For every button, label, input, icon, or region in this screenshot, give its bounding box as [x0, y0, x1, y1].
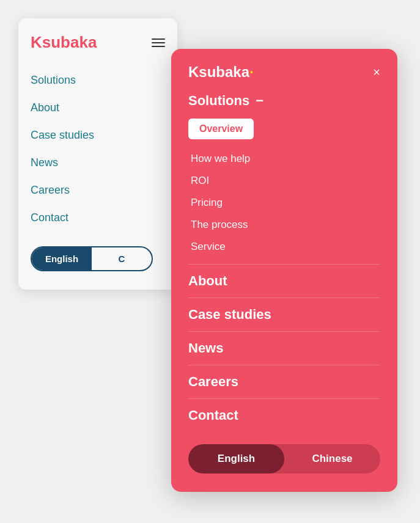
bg-nav-news[interactable]: News	[31, 149, 165, 177]
bg-nav-case-studies[interactable]: Case studies	[31, 122, 165, 149]
hamburger-button[interactable]	[152, 38, 165, 47]
fg-language-toggle: English Chinese	[188, 444, 380, 474]
solutions-toggle-button[interactable]: Solutions −	[188, 93, 380, 109]
hamburger-line-3	[152, 46, 165, 47]
fg-chinese-button[interactable]: Chinese	[284, 444, 380, 474]
bg-chinese-button[interactable]: C	[92, 247, 152, 270]
modal-nav-list: About Case studies News Careers Contact	[188, 264, 380, 432]
minus-icon: −	[256, 93, 263, 109]
bg-nav-about[interactable]: About	[31, 94, 165, 122]
submenu-the-process[interactable]: The process	[191, 214, 380, 236]
modal-nav-news[interactable]: News	[188, 331, 380, 365]
modal-nav-careers[interactable]: Careers	[188, 365, 380, 398]
modal-nav-case-studies[interactable]: Case studies	[188, 298, 380, 331]
hamburger-line-2	[152, 42, 165, 43]
bg-nav-solutions[interactable]: Solutions	[31, 67, 165, 94]
modal-nav-about[interactable]: About	[188, 264, 380, 298]
submenu-roi[interactable]: ROI	[191, 170, 380, 192]
solutions-submenu: How we help ROI Pricing The process Serv…	[188, 148, 380, 258]
bg-logo-text: Ksubaka	[31, 33, 97, 52]
bg-language-toggle: English C	[31, 246, 153, 271]
fg-modal-panel: Ksubaka· × Solutions − Overview How we h…	[171, 49, 397, 492]
bg-nav-contact[interactable]: Contact	[31, 204, 165, 232]
submenu-pricing[interactable]: Pricing	[191, 192, 380, 214]
close-button[interactable]: ×	[373, 66, 380, 78]
solutions-label: Solutions	[188, 93, 249, 109]
submenu-service[interactable]: Service	[191, 236, 380, 258]
bg-nav-list: Solutions About Case studies News Career…	[31, 67, 165, 232]
bg-nav-careers[interactable]: Careers	[31, 177, 165, 204]
submenu-how-we-help[interactable]: How we help	[191, 148, 380, 170]
modal-header: Ksubaka· ×	[188, 64, 380, 81]
modal-logo-text: Ksubaka	[188, 64, 249, 80]
background-nav-panel: Ksubaka Solutions About Case studies New…	[18, 18, 177, 290]
modal-logo-dot: ·	[249, 64, 254, 80]
hamburger-line-1	[152, 38, 165, 40]
modal-logo: Ksubaka·	[188, 64, 254, 81]
modal-nav-contact[interactable]: Contact	[188, 398, 380, 432]
bg-logo: Ksubaka	[31, 33, 165, 52]
bg-english-button[interactable]: English	[32, 247, 92, 270]
overview-button[interactable]: Overview	[188, 119, 254, 139]
fg-english-button[interactable]: English	[188, 444, 284, 474]
